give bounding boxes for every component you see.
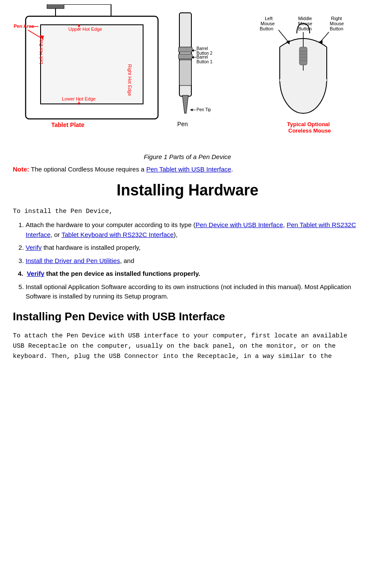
svg-line-56: [320, 32, 329, 42]
svg-text:Coreless Mouse: Coreless Mouse: [288, 127, 331, 134]
note-label: Note:: [13, 165, 29, 173]
svg-text:Left: Left: [265, 16, 272, 21]
svg-text:Lower Hot Edge: Lower Hot Edge: [62, 96, 96, 101]
usb-body-text: To attach the Pen Device with USB interf…: [13, 331, 362, 362]
svg-rect-3: [47, 4, 64, 9]
list-item: Verify that hardware is installed proper…: [26, 243, 362, 253]
svg-text:Button: Button: [330, 26, 343, 31]
pen-device-usb-link[interactable]: Pen Device with USB Interface: [196, 221, 283, 228]
verify-link-2[interactable]: Verify: [27, 270, 44, 277]
figure-caption: Figure 1 Parts of a Pen Device: [13, 153, 362, 160]
svg-text:Typical Optional: Typical Optional: [287, 121, 330, 127]
install-intro: To install the Pen Device,: [13, 208, 362, 215]
install-usb-heading: Installing Pen Device with USB Interface: [13, 310, 362, 323]
svg-text:Pen: Pen: [177, 121, 188, 127]
svg-text:Pen Tip: Pen Tip: [196, 107, 211, 112]
tablet-keyboard-rs232c-link[interactable]: Tablet Keyboard with RS232C Interface: [62, 231, 174, 238]
svg-rect-19: [179, 47, 192, 52]
install-steps-list: Attach the hardware to your computer acc…: [26, 220, 362, 301]
list-item: Attach the hardware to your computer acc…: [26, 220, 362, 239]
list-item: Install optional Application Software ac…: [26, 282, 362, 301]
installing-hardware-heading: Installing Hardware: [13, 181, 362, 199]
svg-rect-20: [179, 54, 192, 59]
svg-text:Mouse: Mouse: [298, 21, 312, 26]
svg-text:Button: Button: [260, 26, 273, 31]
svg-rect-39: [299, 47, 307, 65]
svg-text:Mouse: Mouse: [330, 21, 344, 26]
svg-text:Button: Button: [298, 26, 312, 31]
list-item-bold: 4. Verify that the pen device as install…: [18, 269, 362, 279]
install-driver-link[interactable]: Install the Driver and Pen Utilities: [26, 257, 120, 264]
note-suffix: .: [231, 165, 233, 173]
svg-text:Button 1: Button 1: [196, 59, 213, 64]
list-item: Install the Driver and Pen Utilities, an…: [26, 256, 362, 266]
svg-text:Left Hot Edge: Left Hot Edge: [38, 35, 44, 64]
svg-line-47: [278, 30, 288, 42]
verify-link-1[interactable]: Verify: [26, 244, 42, 251]
svg-rect-18: [179, 60, 191, 86]
svg-text:Mouse: Mouse: [261, 21, 275, 26]
note-line: Note: The optional Cordless Mouse requir…: [13, 165, 362, 173]
svg-text:Pen Area: Pen Area: [14, 24, 34, 29]
svg-text:Barrel: Barrel: [196, 55, 208, 59]
svg-text:Right: Right: [331, 16, 342, 21]
svg-text:Tablet Plate: Tablet Plate: [51, 121, 85, 128]
svg-text:Right Hot Edge: Right Hot Edge: [127, 64, 132, 96]
svg-marker-21: [182, 95, 188, 113]
svg-text:Middle: Middle: [298, 16, 312, 21]
pen-tablet-usb-link[interactable]: Pen Tablet with USB Interface: [146, 165, 231, 173]
svg-text:Upper Hot Edge: Upper Hot Edge: [68, 27, 102, 32]
note-text: The optional Cordless Mouse requires a: [29, 165, 146, 173]
svg-text:Barrel: Barrel: [196, 46, 208, 51]
svg-marker-32: [190, 109, 193, 111]
